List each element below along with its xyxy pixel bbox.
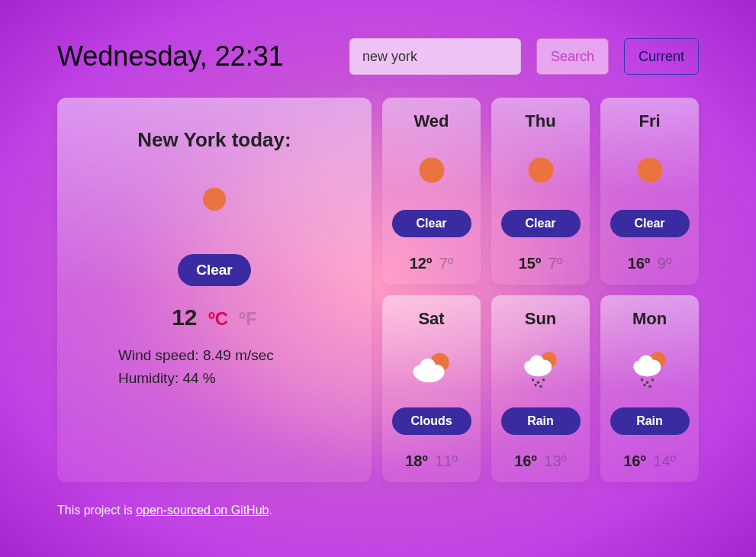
footer: This project is open-sourced on GitHub. [57, 504, 699, 517]
humidity: Humidity: 44 % [118, 367, 274, 390]
forecast-card: Mon Rain 16º 14º [600, 295, 699, 482]
today-card: New York today: Clear 12 ºC ºF Wind spee… [57, 98, 372, 482]
day-name: Mon [632, 309, 667, 329]
unit-celsius[interactable]: ºC [208, 308, 228, 329]
today-title: New York today: [137, 128, 291, 152]
low-temp: 9º [658, 255, 671, 272]
day-temps: 16º 14º [623, 452, 676, 470]
low-temp: 7º [549, 255, 562, 272]
forecast-card: Fri Clear 16º 9º [600, 98, 699, 285]
high-temp: 18º [405, 452, 428, 469]
current-location-button[interactable]: Current [624, 38, 699, 75]
high-temp: 16º [623, 452, 646, 469]
day-temps: 12º 7º [410, 255, 454, 272]
topbar: Wednesday, 22:31 Search Current [57, 38, 699, 75]
today-condition-badge: Clear [178, 254, 251, 286]
forecast-card: Sat Clouds 18º 11º [382, 295, 481, 482]
condition-badge: Clear [610, 210, 690, 237]
day-name: Sat [418, 309, 444, 329]
rain-icon [629, 346, 671, 389]
high-temp: 16º [514, 452, 537, 469]
day-name: Wed [413, 111, 449, 131]
today-details: Wind speed: 8.49 m/sec Humidity: 44 % [118, 344, 274, 391]
sun-icon [198, 182, 231, 216]
low-temp: 13º [544, 452, 567, 469]
condition-badge: Clouds [392, 407, 471, 435]
high-temp: 15º [519, 255, 542, 272]
low-temp: 7º [439, 255, 453, 272]
footer-prefix: This project is [57, 504, 136, 517]
search-button[interactable]: Search [536, 38, 609, 75]
condition-badge: Rain [610, 407, 690, 435]
day-temps: 16º 13º [514, 452, 567, 470]
wind-speed: Wind speed: 8.49 m/sec [118, 344, 274, 367]
sun-icon [520, 149, 562, 192]
day-temps: 18º 11º [405, 452, 458, 470]
high-temp: 16º [628, 255, 651, 272]
footer-suffix: . [269, 504, 272, 517]
condition-badge: Rain [501, 407, 581, 435]
cloud-sun-icon [410, 346, 453, 389]
forecast-card: Sun Rain 16º 13º [491, 295, 590, 482]
forecast-card: Wed Clear 12º 7º [382, 98, 481, 285]
today-temp-value: 12 [172, 304, 197, 330]
condition-badge: Clear [501, 210, 581, 237]
rain-icon [520, 346, 562, 389]
day-name: Thu [525, 111, 555, 131]
sun-icon [410, 149, 453, 192]
day-name: Sun [525, 309, 557, 329]
day-name: Fri [639, 111, 660, 131]
high-temp: 12º [410, 255, 433, 272]
datetime-display: Wednesday, 22:31 [57, 40, 334, 72]
sun-icon [629, 149, 671, 192]
search-input[interactable] [349, 38, 521, 75]
condition-badge: Clear [392, 210, 471, 237]
unit-fahrenheit[interactable]: ºF [239, 308, 256, 329]
low-temp: 11º [435, 452, 458, 469]
today-temperature: 12 ºC ºF [172, 304, 257, 330]
forecast-card: Thu Clear 15º 7º [491, 98, 590, 285]
low-temp: 14º [653, 452, 676, 469]
day-temps: 16º 9º [628, 255, 672, 272]
github-link[interactable]: open-sourced on GitHub [136, 504, 269, 517]
day-temps: 15º 7º [519, 255, 563, 272]
